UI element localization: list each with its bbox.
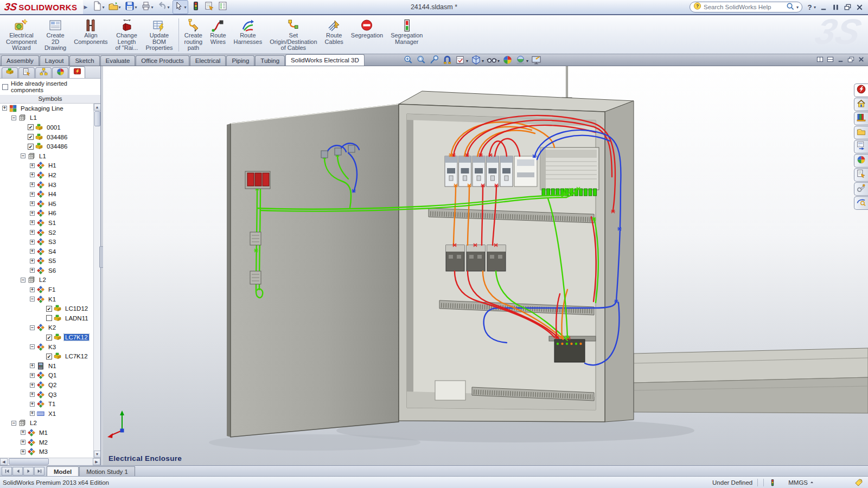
expand-icon[interactable]: + <box>30 363 35 368</box>
tree-item-label[interactable]: LC7K12 <box>64 334 89 341</box>
tab-piping[interactable]: Piping <box>226 55 254 66</box>
tree-checkbox[interactable]: ✔ <box>28 144 34 150</box>
open-button[interactable]: ▾ <box>107 1 122 14</box>
tree-item-label[interactable]: T1 <box>47 401 56 407</box>
file-explorer-tab[interactable] <box>854 126 868 139</box>
dropdown-arrow-icon[interactable]: ▾ <box>184 5 187 10</box>
forum-tab[interactable] <box>854 196 868 210</box>
new-document-button[interactable]: ▾ <box>91 1 106 14</box>
zoom-to-fit-button[interactable] <box>403 55 414 67</box>
create-routing-path-button[interactable]: Create routing path <box>181 16 207 54</box>
tree-item[interactable]: +H4 <box>0 189 93 199</box>
apply-scene-button[interactable]: ▾ <box>515 55 529 67</box>
dropdown-arrow-icon[interactable]: ▾ <box>151 5 154 10</box>
properties-tab[interactable] <box>18 67 35 78</box>
tree-item[interactable]: −L1 <box>0 151 93 161</box>
hide-show-items-button[interactable]: ▾ <box>486 55 500 67</box>
component-wizard-button[interactable]: Electrical Component Wizard <box>2 16 41 54</box>
undo-button[interactable]: ▾ <box>156 1 171 14</box>
tree-item[interactable]: LADN11 <box>0 313 93 323</box>
zoom-in-out-button[interactable] <box>429 55 440 67</box>
tree-item-label[interactable]: H5 <box>47 201 58 207</box>
tree-item[interactable]: ✔034486 <box>0 132 93 142</box>
expand-icon[interactable]: + <box>30 172 35 177</box>
tree-item-label[interactable]: F1 <box>47 286 56 293</box>
tree-item[interactable]: +S6 <box>0 266 93 275</box>
search-dropdown-icon[interactable]: ▾ <box>796 5 799 10</box>
tree-item[interactable]: −L1 <box>0 113 93 123</box>
tree-item-label[interactable]: N1 <box>47 363 58 369</box>
tree-item[interactable]: +H2 <box>0 170 93 180</box>
tree-item-label[interactable]: S6 <box>47 267 57 274</box>
tree-item[interactable]: +M3 <box>0 447 93 457</box>
tree-item-label[interactable]: M2 <box>38 439 49 446</box>
tree-item[interactable]: +S4 <box>0 247 93 256</box>
align-components-button[interactable]: Align Components <box>70 16 111 54</box>
view-palette-tab[interactable] <box>854 140 868 153</box>
tree-item-label[interactable]: Q2 <box>47 382 58 388</box>
dropdown-arrow-icon[interactable]: ▾ <box>168 5 170 10</box>
tree-item-label[interactable]: H3 <box>47 182 58 188</box>
tree-item-label[interactable]: Q1 <box>47 372 58 378</box>
tree-item[interactable]: −K1 <box>0 294 93 304</box>
tree-item[interactable]: ✔034486 <box>0 142 93 151</box>
tree-item[interactable]: +X1 <box>0 409 93 419</box>
tree-item[interactable]: +S2 <box>0 228 93 237</box>
dropdown-arrow-icon[interactable]: ▾ <box>119 5 121 10</box>
expand-icon[interactable]: + <box>30 373 35 378</box>
tree-item-label[interactable]: 0001 <box>46 124 62 131</box>
structure-tab[interactable] <box>35 67 52 78</box>
scroll-down-icon[interactable]: ▼ <box>94 451 101 458</box>
tree-item[interactable]: +H6 <box>0 209 93 219</box>
dropdown-arrow-icon[interactable]: ▾ <box>466 59 468 63</box>
tree-item-label[interactable]: L1 <box>29 114 38 121</box>
maximize-button[interactable] <box>832 3 840 11</box>
tree-item-label[interactable]: H2 <box>47 172 58 178</box>
expand-icon[interactable]: + <box>30 163 35 168</box>
expand-icon[interactable]: + <box>21 430 25 435</box>
tree-item-label[interactable]: H6 <box>47 210 58 216</box>
tree-item[interactable]: +H3 <box>0 180 93 190</box>
tree-item[interactable]: +H5 <box>0 199 93 209</box>
tab-layout[interactable]: Layout <box>40 55 69 66</box>
expand-icon[interactable]: + <box>2 106 7 111</box>
tree-item[interactable]: +M2 <box>0 438 93 447</box>
expand-icon[interactable]: + <box>30 268 35 273</box>
change-length-button[interactable]: Change Length of "Rai... <box>112 16 142 54</box>
tree-item-label[interactable]: X1 <box>47 410 57 417</box>
create-2d-drawing-button[interactable]: Create 2D Drawing <box>41 16 70 54</box>
expand-icon[interactable]: + <box>30 182 35 187</box>
expand-icon[interactable]: + <box>30 411 35 416</box>
tree-checkbox[interactable]: ✔ <box>28 124 34 130</box>
collapse-icon[interactable]: − <box>21 278 25 282</box>
expand-icon[interactable]: + <box>30 201 35 206</box>
next-study-button[interactable] <box>23 467 34 476</box>
viewport-split-horizontal-button[interactable] <box>827 55 834 65</box>
tree-item[interactable]: +Packaging Line <box>0 104 93 113</box>
tree-item[interactable]: −K3 <box>0 342 93 352</box>
hide-inserted-checkbox[interactable] <box>2 84 8 90</box>
route-wires-button[interactable]: Route Wires <box>206 16 229 54</box>
close-button[interactable] <box>856 3 864 11</box>
scrollbar-thumb[interactable] <box>94 111 100 126</box>
tree-item-label[interactable]: S3 <box>47 239 57 245</box>
tree-item[interactable]: ✔LC1D12 <box>0 304 93 313</box>
tree-item-label[interactable]: K3 <box>47 344 57 350</box>
route-cables-button[interactable]: Route Cables <box>321 16 347 54</box>
tree-item[interactable]: +M1 <box>0 428 93 438</box>
minimize-document-button[interactable] <box>837 55 844 65</box>
units-dropdown-icon[interactable] <box>809 479 814 486</box>
viewport-split-vertical-button[interactable] <box>816 55 824 65</box>
previous-study-button[interactable] <box>12 467 23 476</box>
edit-appearance-button[interactable] <box>502 55 513 67</box>
expand-icon[interactable]: + <box>21 450 25 454</box>
tree-checkbox[interactable] <box>46 315 52 321</box>
scroll-right-icon[interactable]: ▶ <box>93 458 100 465</box>
home-tab[interactable] <box>854 98 868 111</box>
tree-item-label[interactable]: L2 <box>38 277 47 283</box>
help-search-box[interactable]: ? ▾ <box>690 2 802 12</box>
expand-icon[interactable]: + <box>30 402 35 407</box>
dropdown-arrow-icon[interactable]: ▾ <box>482 59 484 63</box>
display-style-button[interactable]: ▾ <box>470 55 484 67</box>
tree-item[interactable]: +S1 <box>0 218 93 228</box>
